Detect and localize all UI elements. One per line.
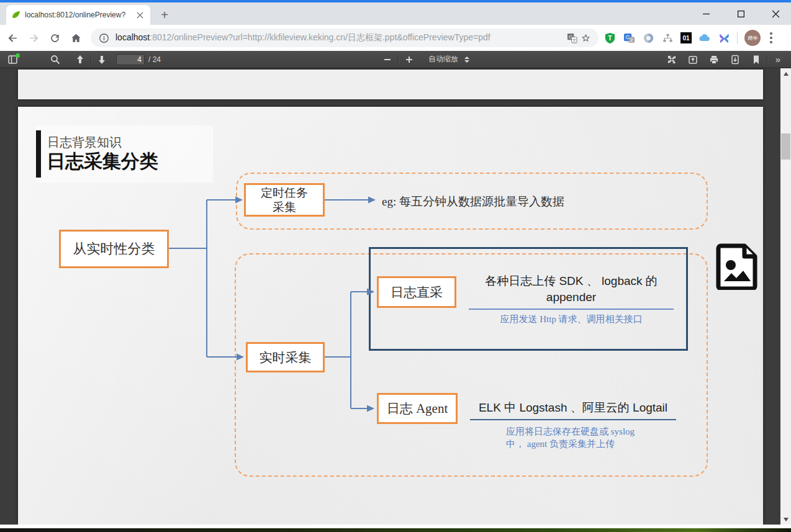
butterfly-extension-icon[interactable] xyxy=(718,32,730,44)
tab-title: localhost:8012/onlinePreview? xyxy=(25,11,130,19)
node-timer: 定时任务 采集 xyxy=(244,183,325,217)
01-extension-icon[interactable]: 01 xyxy=(680,32,692,43)
image-placeholder-icon xyxy=(716,243,759,290)
direct-description: 各种日志上传 SDK 、 logback 的 appender 应用发送 Htt… xyxy=(466,273,676,325)
zoom-select[interactable]: 自动缩放 xyxy=(425,53,477,66)
zoom-select-label: 自动缩放 xyxy=(428,54,458,65)
sidebar-toggle-icon[interactable] xyxy=(5,52,21,67)
bookmark-icon[interactable] xyxy=(748,52,764,67)
node-realtime: 实时采集 xyxy=(246,342,325,372)
spring-leaf-favicon xyxy=(11,10,21,20)
close-icon[interactable] xyxy=(766,6,785,21)
tampermonkey-shield-icon[interactable]: T xyxy=(603,32,616,44)
titlebar: localhost:8012/onlinePreview? + xyxy=(0,2,791,25)
divider-line xyxy=(469,309,674,310)
status-dot xyxy=(16,53,20,58)
open-file-icon[interactable] xyxy=(685,52,701,67)
browser-window: localhost:8012/onlinePreview? + xyxy=(0,0,791,532)
zoom-out-icon[interactable] xyxy=(379,52,396,67)
presentation-mode-icon[interactable] xyxy=(664,52,680,67)
timer-example-text: eg: 每五分钟从数据源批量导入数据 xyxy=(382,194,564,210)
chrome-menu-icon[interactable] xyxy=(770,32,772,43)
home-icon[interactable] xyxy=(67,29,84,47)
select-arrows-icon xyxy=(464,56,469,63)
more-tools-icon[interactable]: » xyxy=(770,52,786,67)
node-root: 从实时性分类 xyxy=(59,230,169,268)
download-icon[interactable] xyxy=(727,52,743,67)
divider xyxy=(737,32,738,44)
sitemap-extension-icon[interactable] xyxy=(661,32,674,44)
url-text: localhost:8012/onlinePreview?url=http://… xyxy=(115,32,565,43)
google-translate-extension-icon[interactable]: G文 xyxy=(623,32,635,44)
svg-text:文: 文 xyxy=(629,37,634,43)
bookmark-star-icon[interactable] xyxy=(579,31,592,45)
navigation-bar: localhost:8012/onlinePreview?url=http://… xyxy=(0,25,791,51)
direct-note: 应用发送 Http 请求、调用相关接口 xyxy=(466,313,676,325)
search-icon[interactable] xyxy=(47,52,63,67)
forward-icon[interactable] xyxy=(25,29,42,47)
page-count-label: / 24 xyxy=(148,55,161,64)
url-rest: :8012/onlinePreview?url=http://kkfilevie… xyxy=(150,32,490,42)
page-up-icon[interactable] xyxy=(72,52,88,67)
maximize-icon[interactable] xyxy=(731,6,750,21)
agent-description: ELK 中 Logstash 、阿里云的 Logtail xyxy=(470,400,676,420)
pdf-toolbar: / 24 自动缩放 » xyxy=(0,51,791,68)
vertical-scrollbar[interactable] xyxy=(780,68,791,525)
circle-extension-icon[interactable] xyxy=(642,32,654,44)
page-info-icon[interactable] xyxy=(97,31,111,45)
scroll-down-icon[interactable] xyxy=(780,514,791,525)
node-direct: 日志直采 xyxy=(377,276,456,308)
agent-note: 应用将日志保存在硬盘或 syslog 中， agent 负责采集并上传 xyxy=(506,425,686,450)
page-number-input[interactable] xyxy=(116,54,145,65)
back-icon[interactable] xyxy=(4,29,21,47)
tab-close-icon[interactable] xyxy=(134,9,145,20)
url-host: localhost xyxy=(115,32,150,42)
desktop-strip xyxy=(0,528,791,532)
reload-icon[interactable] xyxy=(46,29,63,47)
browser-tab[interactable]: localhost:8012/onlinePreview? xyxy=(6,5,150,25)
svg-text:文: 文 xyxy=(572,38,576,42)
translate-page-icon[interactable]: G文 xyxy=(565,31,579,45)
scroll-up-icon[interactable] xyxy=(780,68,791,79)
new-tab-button[interactable]: + xyxy=(159,9,170,20)
node-agent: 日志 Agent xyxy=(377,393,458,424)
svg-text:T: T xyxy=(608,35,612,42)
zoom-in-icon[interactable] xyxy=(401,52,417,67)
pdf-viewer: 日志背景知识 日志采集分类 从实时性分类 定时任务 xyxy=(0,68,791,525)
slide-page: 日志背景知识 日志采集分类 从实时性分类 定时任务 xyxy=(18,107,763,525)
scrollbar-thumb[interactable] xyxy=(781,133,790,160)
print-icon[interactable] xyxy=(706,52,722,67)
minimize-icon[interactable] xyxy=(697,6,715,21)
extensions-row: T G文 01 精华 xyxy=(603,30,779,46)
previous-page-edge xyxy=(18,70,763,99)
window-controls xyxy=(697,6,785,21)
address-bar[interactable]: localhost:8012/onlinePreview?url=http://… xyxy=(91,29,599,47)
cloud-extension-icon[interactable] xyxy=(698,32,711,44)
page-down-icon[interactable] xyxy=(94,52,110,67)
profile-avatar[interactable]: 精华 xyxy=(744,30,761,46)
